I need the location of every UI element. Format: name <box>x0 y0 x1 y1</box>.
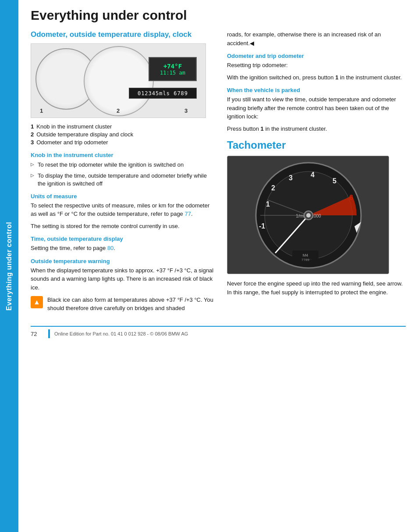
label-1: 1 <box>40 107 43 114</box>
svg-text:3: 3 <box>289 174 293 182</box>
tachometer-text: Never force the engine speed up into the… <box>227 279 406 296</box>
display-box: +74°F 11:15 am <box>149 57 197 81</box>
two-column-layout: Odometer, outside temperature display, c… <box>31 30 406 317</box>
outside-warn-heading: Outside temperature warning <box>31 258 215 264</box>
tachometer-svg: 1 2 3 4 5 6 -1 1/min x 1000 <box>227 156 389 274</box>
list-item-2: Outside temperature display and clock <box>31 131 215 138</box>
temperature-display: +74°F <box>163 63 182 70</box>
left-column: Odometer, outside temperature display, c… <box>31 30 215 317</box>
instrument-image: +74°F 11:15 am 012345mls 6789 1 2 3 <box>31 43 206 118</box>
svg-point-15 <box>306 213 311 218</box>
svg-text:6: 6 <box>349 194 353 201</box>
svg-text:1: 1 <box>266 200 270 208</box>
tachometer-heading: Tachometer <box>227 139 406 151</box>
time-text: Setting the time, refer to page 80. <box>31 244 215 253</box>
units-text: To select the respective units of measur… <box>31 201 215 218</box>
units-stored-text: The setting is stored for the remote con… <box>31 222 215 231</box>
warning-text: Black ice can also form at temperatures … <box>47 296 215 313</box>
odometer-heading: Odometer and trip odometer <box>227 53 406 59</box>
footer: 72 Online Edition for Part no. 01 41 0 0… <box>31 326 406 338</box>
parked-bold: 1 <box>261 125 264 132</box>
units-heading: Units of measure <box>31 193 215 200</box>
continued-text: roads, for example, otherwise there is a… <box>227 30 406 47</box>
knob-bullet-1: To reset the trip odometer while the ign… <box>31 161 215 169</box>
svg-text:2: 2 <box>271 184 275 192</box>
warning-icon: ▲ <box>31 296 43 308</box>
warning-box: ▲ Black ice can also form at temperature… <box>31 296 215 313</box>
clock-gauge <box>84 46 154 116</box>
footer-text: Online Edition for Part no. 01 41 0 012 … <box>54 331 188 336</box>
parked-heading: When the vehicle is parked <box>227 87 406 93</box>
sidebar-label: Everything under control <box>5 221 13 310</box>
label-2: 2 <box>117 107 120 114</box>
svg-text:-1: -1 <box>259 222 265 230</box>
units-link[interactable]: 77 <box>184 211 191 217</box>
svg-text:4: 4 <box>311 171 315 179</box>
knob-bullet-2: To display the time, outside temperature… <box>31 172 215 188</box>
label-3: 3 <box>184 107 188 114</box>
time-heading: Time, outside temperature display <box>31 236 215 242</box>
outside-warn-text: When the displayed temperature sinks to … <box>31 266 215 292</box>
knob-bullets: To reset the trip odometer while the ign… <box>31 161 215 188</box>
section-heading-odometer: Odometer, outside temperature display, c… <box>31 30 215 39</box>
svg-text:5: 5 <box>333 177 337 185</box>
odometer-text: Resetting trip odometer: <box>227 61 406 70</box>
list-item-3: Odometer and trip odometer <box>31 139 215 146</box>
page-number: 72 <box>31 331 44 337</box>
numbered-list: Knob in the instrument cluster Outside t… <box>31 123 215 146</box>
time-display: 11:15 am <box>160 70 185 76</box>
svg-text:7789: 7789 <box>301 258 309 262</box>
odometer-display: 012345mls 6789 <box>129 88 197 99</box>
list-item-1: Knob in the instrument cluster <box>31 123 215 130</box>
parked-text: If you still want to view the time, outs… <box>227 95 406 121</box>
sidebar: Everything under control <box>0 0 18 532</box>
right-column: roads, for example, otherwise there is a… <box>227 30 406 317</box>
footer-bar <box>48 329 50 338</box>
main-content: Everything under control Odometer, outsi… <box>18 0 418 347</box>
svg-text:M4: M4 <box>303 253 308 257</box>
odometer-instructions: With the ignition switched on, press but… <box>227 73 406 82</box>
page-title: Everything under control <box>31 8 406 22</box>
time-link[interactable]: 80 <box>107 245 113 251</box>
knob-heading: Knob in the instrument cluster <box>31 152 215 158</box>
tachometer-image: 1 2 3 4 5 6 -1 1/min x 1000 <box>227 156 389 274</box>
tachometer-section: Tachometer <box>227 139 406 296</box>
parked-instructions: Press button 1 in the instrument cluster… <box>227 125 406 133</box>
